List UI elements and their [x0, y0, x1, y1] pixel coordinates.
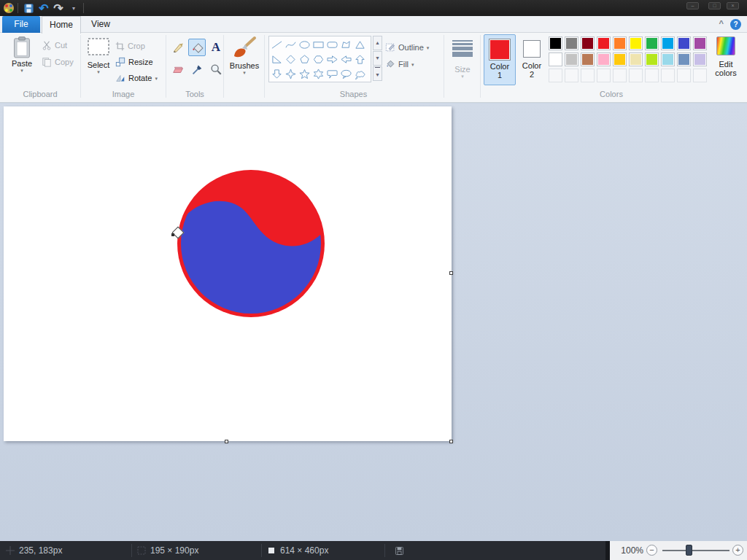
magnifier-tool-button[interactable] — [207, 61, 225, 78]
palette-color-r1-c8[interactable] — [661, 36, 675, 50]
palette-color-r1-c4[interactable] — [597, 36, 611, 50]
shape-callout-rounded[interactable] — [325, 66, 339, 81]
palette-empty-slot[interactable] — [629, 69, 643, 82]
shape-line[interactable] — [270, 37, 284, 52]
shape-star-4[interactable] — [284, 66, 298, 81]
color2-button[interactable]: Color 2 — [518, 34, 546, 85]
shape-pentagon[interactable] — [298, 52, 311, 66]
paste-button[interactable]: Paste ▾ — [6, 36, 38, 73]
zoom-slider-handle[interactable] — [686, 545, 692, 556]
palette-color-r2-c4[interactable] — [597, 52, 611, 66]
palette-empty-slot[interactable] — [613, 69, 627, 82]
shape-curve[interactable] — [284, 37, 298, 52]
edit-colors-button[interactable]: Edit colors — [711, 36, 741, 77]
undo-button[interactable]: ↶ — [36, 1, 51, 15]
palette-color-r2-c1[interactable] — [549, 52, 562, 66]
brushes-button[interactable]: Brushes ▾ — [226, 35, 263, 75]
palette-color-r1-c10[interactable] — [693, 36, 707, 50]
shape-rounded-rectangle[interactable] — [325, 37, 339, 52]
palette-color-r1-c7[interactable] — [645, 36, 659, 50]
shape-triangle[interactable] — [353, 37, 367, 52]
palette-empty-slot[interactable] — [645, 69, 659, 82]
shapes-more-button[interactable]: ▼ — [373, 66, 382, 81]
palette-color-r2-c2[interactable] — [565, 52, 578, 66]
palette-color-r2-c8[interactable] — [661, 52, 675, 66]
palette-color-r1-c6[interactable] — [629, 36, 643, 50]
shape-right-triangle[interactable] — [270, 52, 284, 66]
resize-button[interactable]: Resize — [115, 55, 153, 69]
tab-home[interactable]: Home — [42, 16, 81, 34]
minimize-ribbon-button[interactable]: ^ — [719, 19, 724, 28]
palette-color-r1-c9[interactable] — [677, 36, 691, 50]
palette-color-r2-c10[interactable] — [693, 52, 707, 66]
canvas-resize-handle-corner[interactable] — [449, 440, 453, 443]
text-tool-button[interactable]: A — [207, 39, 225, 56]
crop-button[interactable]: Crop — [115, 39, 145, 53]
copy-button[interactable]: Copy — [42, 55, 74, 69]
zoom-slider-track[interactable] — [662, 550, 729, 551]
shapes-scroll-down-button[interactable]: ▼ — [373, 51, 382, 66]
rotate-button[interactable]: Rotate ▾ — [115, 71, 158, 85]
palette-color-r1-c1[interactable] — [549, 36, 562, 50]
edit-colors-label-1: Edit — [719, 60, 733, 69]
shape-star-5[interactable] — [298, 66, 311, 81]
cut-button[interactable]: Cut — [42, 38, 67, 52]
image-group-label: Image — [82, 90, 165, 98]
fill-with-color-tool-button[interactable] — [188, 39, 206, 56]
palette-empty-slot[interactable] — [581, 69, 595, 82]
palette-empty-slot[interactable] — [565, 69, 578, 82]
drawing-canvas[interactable] — [4, 106, 452, 441]
shape-outline-button[interactable]: Outline ▾ — [385, 40, 429, 55]
select-button[interactable]: Select ▾ — [82, 36, 115, 74]
palette-color-r1-c5[interactable] — [613, 36, 627, 50]
shapes-scroll-up-button[interactable]: ▲ — [373, 36, 382, 50]
palette-empty-slot[interactable] — [693, 69, 707, 82]
shape-ellipse[interactable] — [298, 37, 311, 52]
shape-diamond[interactable] — [284, 52, 298, 66]
canvas-resize-handle-right[interactable] — [449, 271, 453, 275]
palette-color-r1-c3[interactable] — [581, 36, 595, 50]
palette-color-r2-c6[interactable] — [629, 52, 643, 66]
palette-empty-slot[interactable] — [661, 69, 675, 82]
color-picker-tool-button[interactable] — [188, 61, 206, 78]
help-button[interactable]: ? — [730, 19, 741, 30]
shape-arrow-left[interactable] — [339, 52, 353, 66]
palette-empty-slot[interactable] — [549, 69, 562, 82]
redo-button[interactable]: ↷ — [51, 1, 66, 15]
size-button[interactable]: Size ▾ — [446, 39, 479, 79]
minimize-button[interactable]: – — [686, 2, 699, 9]
close-button[interactable]: × — [727, 2, 739, 9]
shape-callout-cloud[interactable] — [353, 66, 367, 81]
shape-star-6[interactable] — [311, 66, 325, 81]
maximize-button[interactable]: □ — [708, 2, 721, 9]
cut-label: Cut — [55, 41, 67, 50]
palette-empty-slot[interactable] — [677, 69, 691, 82]
shape-fill-button[interactable]: Fill ▾ — [385, 57, 414, 71]
palette-color-r2-c3[interactable] — [581, 52, 595, 66]
color1-button[interactable]: Color 1 — [484, 34, 516, 85]
palette-color-r2-c7[interactable] — [645, 52, 659, 66]
size-icon — [452, 39, 473, 58]
shape-arrow-right[interactable] — [325, 52, 339, 66]
zoom-out-button[interactable]: − — [646, 545, 657, 556]
shape-hexagon[interactable] — [311, 52, 325, 66]
palette-empty-slot[interactable] — [597, 69, 611, 82]
shape-arrow-up[interactable] — [353, 52, 367, 66]
palette-color-r2-c9[interactable] — [677, 52, 691, 66]
tab-file[interactable]: File — [2, 16, 40, 33]
zoom-in-button[interactable]: + — [732, 545, 743, 556]
pencil-tool-button[interactable] — [169, 39, 187, 56]
save-button[interactable] — [22, 1, 35, 15]
shape-arrow-down[interactable] — [270, 66, 284, 81]
qat-customize-button[interactable]: ▾ — [69, 1, 79, 15]
shape-rectangle[interactable] — [311, 37, 325, 52]
canvas-resize-handle-bottom[interactable] — [225, 440, 228, 443]
chevron-down-icon: ▾ — [97, 69, 100, 74]
shape-polygon[interactable] — [339, 37, 353, 52]
shape-callout-oval[interactable] — [339, 66, 353, 81]
palette-color-r1-c2[interactable] — [565, 36, 578, 50]
tab-view[interactable]: View — [81, 16, 120, 33]
palette-color-r2-c5[interactable] — [613, 52, 627, 66]
group-separator — [223, 35, 224, 98]
eraser-tool-button[interactable] — [169, 61, 187, 78]
